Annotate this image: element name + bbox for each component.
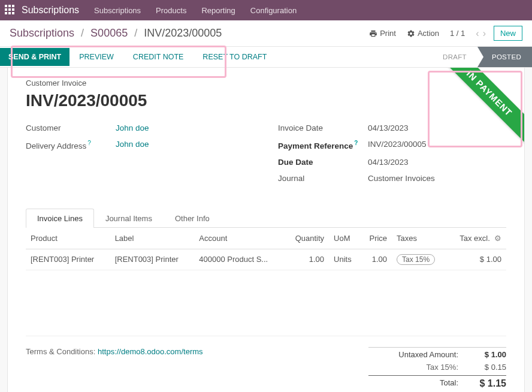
journal-label: Journal bbox=[278, 174, 368, 183]
table-row[interactable]: [RENT003] Printer [RENT003] Printer 4000… bbox=[26, 249, 506, 270]
print-button[interactable]: Print bbox=[369, 29, 396, 38]
nav-subscriptions[interactable]: Subscriptions bbox=[94, 6, 141, 15]
cell-product: [RENT003] Printer bbox=[26, 249, 110, 270]
payment-ribbon: IN PAYMENT bbox=[436, 68, 524, 147]
help-icon[interactable]: ? bbox=[87, 140, 91, 146]
cell-account: 400000 Product S... bbox=[194, 249, 285, 270]
breadcrumb-bar: Subscriptions / S00065 / INV/2023/00005 … bbox=[0, 20, 532, 47]
status-draft[interactable]: DRAFT bbox=[432, 47, 477, 67]
untaxed-label: Untaxed Amount: bbox=[368, 350, 458, 359]
cell-taxes: Tax 15% bbox=[392, 249, 447, 270]
status-bar: DRAFT POSTED bbox=[432, 47, 532, 67]
preview-button[interactable]: PREVIEW bbox=[69, 48, 123, 66]
due-date-label: Due Date bbox=[278, 158, 368, 167]
nav-reporting[interactable]: Reporting bbox=[201, 6, 235, 15]
customer-value[interactable]: John doe bbox=[116, 123, 149, 132]
print-icon bbox=[369, 29, 377, 38]
invoice-date-label: Invoice Date bbox=[278, 123, 368, 132]
totals-block: Untaxed Amount: $ 1.00 Tax 15%: $ 0.15 T… bbox=[368, 347, 506, 393]
breadcrumb-root[interactable]: Subscriptions bbox=[10, 27, 74, 39]
tabs: Invoice Lines Journal Items Other Info bbox=[26, 208, 506, 228]
nav-configuration[interactable]: Configuration bbox=[250, 6, 297, 15]
cell-tax-excl: $ 1.00 bbox=[447, 249, 506, 270]
terms-conditions: Terms & Conditions: https://demo8.odoo.c… bbox=[26, 347, 368, 393]
tax-value: $ 0.15 bbox=[470, 363, 506, 372]
th-label[interactable]: Label bbox=[110, 228, 195, 249]
cell-label: [RENT003] Printer bbox=[110, 249, 195, 270]
total-value: $ 1.15 bbox=[470, 378, 506, 389]
cell-quantity: 1.00 bbox=[285, 249, 329, 270]
status-posted[interactable]: POSTED bbox=[477, 47, 532, 67]
delivery-value[interactable]: John doe bbox=[116, 140, 149, 150]
nav-products[interactable]: Products bbox=[156, 6, 186, 15]
tab-other-info[interactable]: Other Info bbox=[164, 209, 221, 228]
th-taxes[interactable]: Taxes bbox=[392, 228, 447, 249]
th-product[interactable]: Product bbox=[26, 228, 110, 249]
tax-label: Tax 15%: bbox=[368, 363, 458, 372]
cell-price: 1.00 bbox=[361, 249, 392, 270]
cell-uom: Units bbox=[329, 249, 361, 270]
breadcrumb: Subscriptions / S00065 / INV/2023/00005 bbox=[10, 27, 222, 40]
pager-next-icon[interactable]: › bbox=[483, 28, 486, 39]
credit-note-button[interactable]: CREDIT NOTE bbox=[123, 48, 194, 66]
action-button[interactable]: Action bbox=[407, 29, 439, 38]
apps-icon[interactable] bbox=[5, 5, 16, 16]
send-print-button[interactable]: SEND & PRINT bbox=[0, 48, 69, 66]
breadcrumb-sep: / bbox=[134, 27, 137, 39]
breadcrumb-current: INV/2023/00005 bbox=[144, 27, 222, 39]
top-nav: Subscriptions Subscriptions Products Rep… bbox=[0, 0, 532, 20]
breadcrumb-sep: / bbox=[81, 27, 84, 39]
payment-ref-value: INV/2023/00005 bbox=[368, 140, 427, 150]
form-sheet: IN PAYMENT Customer Invoice INV/2023/000… bbox=[7, 68, 525, 392]
reset-draft-button[interactable]: RESET TO DRAFT bbox=[193, 48, 276, 66]
terms-link[interactable]: https://demo8.odoo.com/terms bbox=[98, 347, 203, 356]
invoice-date-value: 04/13/2023 bbox=[368, 123, 409, 132]
pager[interactable]: 1 / 1 bbox=[450, 29, 465, 38]
ribbon-area: IN PAYMENT bbox=[428, 68, 524, 152]
pager-prev-icon[interactable]: ‹ bbox=[476, 28, 479, 39]
table-header-row: Product Label Account Quantity UoM Price… bbox=[26, 228, 506, 249]
th-tax-excl[interactable]: Tax excl. ⚙ bbox=[447, 228, 506, 249]
journal-value: Customer Invoices bbox=[368, 174, 435, 183]
th-price[interactable]: Price bbox=[361, 228, 392, 249]
th-quantity[interactable]: Quantity bbox=[285, 228, 329, 249]
tax-pill: Tax 15% bbox=[397, 254, 435, 265]
help-icon[interactable]: ? bbox=[354, 140, 358, 146]
due-date-value: 04/13/2023 bbox=[368, 158, 409, 167]
app-brand[interactable]: Subscriptions bbox=[22, 5, 79, 16]
table-blank-area bbox=[26, 270, 506, 336]
columns-options-icon[interactable]: ⚙ bbox=[494, 234, 501, 243]
breadcrumb-mid[interactable]: S00065 bbox=[90, 27, 128, 39]
total-label: Total: bbox=[368, 378, 458, 389]
delivery-label: Delivery Address? bbox=[26, 140, 116, 150]
invoice-lines-table: Product Label Account Quantity UoM Price… bbox=[26, 228, 506, 336]
action-bar: SEND & PRINT PREVIEW CREDIT NOTE RESET T… bbox=[0, 47, 532, 68]
payment-ref-label: Payment Reference? bbox=[278, 140, 368, 150]
customer-label: Customer bbox=[26, 123, 116, 132]
gear-icon bbox=[407, 29, 415, 38]
tab-journal-items[interactable]: Journal Items bbox=[94, 209, 164, 228]
tab-invoice-lines[interactable]: Invoice Lines bbox=[26, 209, 94, 228]
untaxed-value: $ 1.00 bbox=[470, 350, 506, 359]
th-account[interactable]: Account bbox=[194, 228, 285, 249]
new-button[interactable]: New bbox=[494, 26, 522, 41]
th-uom[interactable]: UoM bbox=[329, 228, 361, 249]
